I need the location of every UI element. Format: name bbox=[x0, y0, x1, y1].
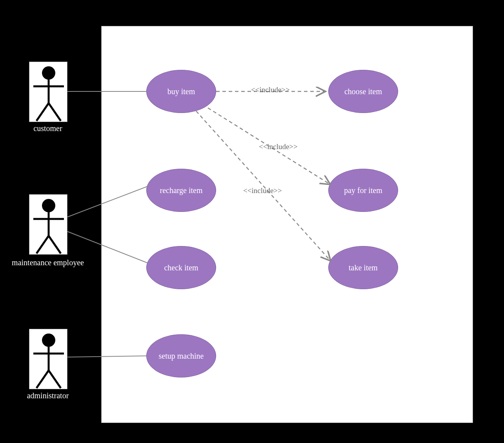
svg-point-10 bbox=[42, 334, 55, 347]
svg-line-3 bbox=[36, 103, 49, 121]
svg-point-0 bbox=[42, 66, 55, 80]
usecase-label: buy item bbox=[167, 87, 195, 96]
stick-figure-icon bbox=[29, 62, 68, 122]
include-label-2: <<include>> bbox=[259, 142, 298, 151]
usecase-buy-item: buy item bbox=[146, 70, 216, 113]
usecase-pay-for-item: pay for item bbox=[328, 169, 398, 212]
actor-maintenance bbox=[29, 194, 67, 255]
usecase-label: check item bbox=[164, 263, 198, 272]
usecase-label: recharge item bbox=[160, 186, 202, 195]
actor-maintenance-label: maintenance employee bbox=[5, 258, 91, 267]
svg-line-13 bbox=[36, 370, 49, 388]
usecase-label: take item bbox=[349, 263, 378, 272]
svg-line-9 bbox=[49, 236, 61, 253]
usecase-setup-machine: setup machine bbox=[146, 334, 216, 377]
usecase-recharge-item: recharge item bbox=[146, 169, 216, 212]
usecase-label: choose item bbox=[344, 87, 382, 96]
include-label-1: <<include>> bbox=[251, 86, 290, 94]
actor-administrator-label: administrator bbox=[9, 391, 87, 400]
usecase-label: pay for item bbox=[344, 186, 382, 195]
svg-line-14 bbox=[49, 370, 61, 388]
usecase-choose-item: choose item bbox=[328, 70, 398, 113]
usecase-take-item: take item bbox=[328, 246, 398, 289]
stick-figure-icon bbox=[29, 329, 68, 390]
actor-administrator bbox=[29, 329, 67, 389]
actor-customer-label: customer bbox=[9, 124, 87, 133]
svg-line-4 bbox=[49, 103, 61, 121]
svg-line-8 bbox=[36, 236, 49, 253]
svg-point-5 bbox=[42, 199, 55, 212]
usecase-label: setup machine bbox=[159, 351, 204, 361]
usecase-check-item: check item bbox=[146, 246, 216, 289]
stick-figure-icon bbox=[29, 195, 68, 255]
include-label-3: <<include>> bbox=[243, 186, 282, 195]
actor-customer bbox=[29, 62, 67, 122]
